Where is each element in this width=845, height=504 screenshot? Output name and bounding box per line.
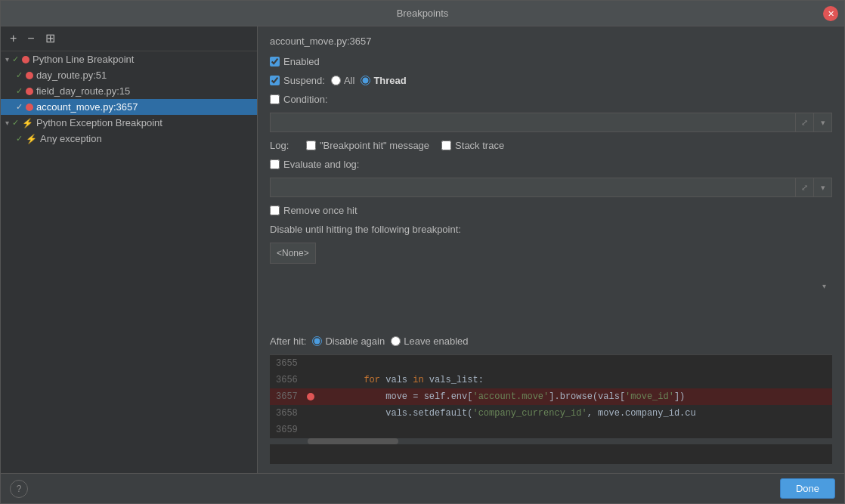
- condition-dropdown-button[interactable]: ▾: [814, 113, 832, 132]
- red-dot-icon: [26, 72, 33, 79]
- code-text: move = self.env['account.move'].browse(v…: [320, 391, 686, 402]
- suspend-label: Suspend:: [283, 75, 325, 86]
- thread-label: Thread: [373, 75, 406, 86]
- check-icon: ✓: [16, 86, 23, 96]
- tree-item-label: Python Exception Breakpoint: [36, 117, 162, 128]
- add-breakpoint-button[interactable]: +: [7, 31, 20, 46]
- enabled-checkbox-label[interactable]: Enabled: [270, 56, 320, 67]
- done-button[interactable]: Done: [780, 478, 835, 499]
- all-radio[interactable]: [331, 76, 341, 85]
- disable-again-radio-label[interactable]: Disable again: [312, 335, 385, 347]
- code-line-3658: 3658 vals.setdefault('company_currency_i…: [270, 405, 832, 422]
- condition-input[interactable]: [270, 113, 796, 132]
- line-number: 3658: [276, 408, 307, 419]
- dialog-title: Breakpoints: [397, 8, 449, 19]
- right-panel: account_move.py:3657 Enabled Suspend: Al…: [258, 26, 844, 473]
- close-button[interactable]: ✕: [823, 6, 838, 21]
- after-hit-label: After hit:: [270, 335, 306, 347]
- tree-item-account-move[interactable]: ✓ account_move.py:3657: [1, 99, 257, 115]
- stack-trace-checkbox-label[interactable]: Stack trace: [441, 140, 504, 151]
- evaluate-dropdown-button[interactable]: ▾: [814, 178, 832, 197]
- all-radio-label[interactable]: All: [331, 75, 354, 86]
- evaluate-expand-button[interactable]: ⤢: [796, 178, 814, 197]
- disable-again-radio[interactable]: [312, 336, 322, 346]
- log-message-checkbox-label[interactable]: "Breakpoint hit" message: [306, 140, 429, 151]
- enabled-row: Enabled: [270, 56, 832, 67]
- line-number: 3659: [276, 425, 307, 435]
- thread-radio-label[interactable]: Thread: [361, 75, 406, 86]
- leave-enabled-label: Leave enabled: [404, 335, 468, 347]
- evaluate-checkbox[interactable]: [270, 159, 280, 169]
- remove-once-row: Remove once hit: [270, 205, 832, 216]
- disable-until-dropdown-wrapper: <None> ▾: [270, 243, 832, 328]
- tree-item-label: field_day_route.py:15: [36, 85, 130, 97]
- disable-again-label: Disable again: [325, 335, 385, 347]
- title-bar: Breakpoints ✕: [1, 1, 844, 26]
- tree-item-label: Any exception: [40, 133, 102, 144]
- remove-once-checkbox-label[interactable]: Remove once hit: [270, 205, 358, 216]
- suspend-checkbox[interactable]: [270, 76, 280, 85]
- breakpoint-dot-icon: [307, 393, 314, 400]
- disable-until-row: Disable until hitting the following brea…: [270, 224, 832, 235]
- log-message-checkbox[interactable]: [306, 141, 316, 150]
- breakpoints-dialog: Breakpoints ✕ + − ⊞ ▾ ✓ Python Line Brea…: [0, 0, 845, 504]
- horizontal-scrollbar[interactable]: [270, 438, 832, 444]
- tree-item-python-line-group[interactable]: ▾ ✓ Python Line Breakpoint: [1, 51, 257, 67]
- remove-once-checkbox[interactable]: [270, 206, 280, 215]
- tree-toolbar: + − ⊞: [1, 26, 257, 51]
- options-button[interactable]: ⊞: [42, 31, 58, 46]
- scrollbar-thumb: [308, 438, 398, 444]
- log-label: Log:: [270, 140, 300, 151]
- stack-trace-label: Stack trace: [455, 140, 504, 151]
- code-text: vals.setdefault('company_currency_id', m…: [320, 408, 696, 419]
- tree-item-any-exception[interactable]: ✓ ⚡ Any exception: [1, 131, 257, 147]
- stack-trace-checkbox[interactable]: [441, 141, 451, 150]
- condition-row: Condition:: [270, 94, 832, 105]
- tree-item-label: account_move.py:3657: [36, 101, 138, 113]
- help-button[interactable]: ?: [10, 480, 28, 498]
- chevron-down-icon: ▾: [822, 281, 826, 289]
- line-number: 3656: [276, 375, 307, 385]
- check-icon: ✓: [16, 70, 23, 80]
- tree-item-field-day-route[interactable]: ✓ field_day_route.py:15: [1, 83, 257, 99]
- red-dot-icon: [22, 56, 29, 63]
- enabled-checkbox[interactable]: [270, 57, 280, 66]
- condition-checkbox-label[interactable]: Condition:: [270, 94, 328, 105]
- all-label: All: [344, 75, 354, 86]
- disable-until-label: Disable until hitting the following brea…: [270, 224, 461, 235]
- leave-enabled-radio-label[interactable]: Leave enabled: [391, 335, 468, 347]
- evaluate-checkbox-label[interactable]: Evaluate and log:: [270, 159, 359, 170]
- check-icon: ✓: [16, 134, 23, 144]
- after-hit-row: After hit: Disable again Leave enabled: [270, 335, 832, 347]
- evaluate-input[interactable]: [270, 178, 796, 197]
- evaluate-row: Evaluate and log:: [270, 159, 832, 170]
- evaluate-input-row: ⤢ ▾: [270, 178, 832, 197]
- left-panel: + − ⊞ ▾ ✓ Python Line Breakpoint ✓ day_r…: [1, 26, 258, 473]
- condition-input-row: ⤢ ▾: [270, 113, 832, 132]
- bottom-bar: ? Done: [1, 473, 844, 503]
- line-number: 3657: [276, 391, 307, 402]
- chevron-down-icon: ▾: [5, 55, 9, 63]
- code-panel: 3655 3656 for vals in vals_list: 3657: [270, 354, 832, 464]
- tree-item-label: Python Line Breakpoint: [32, 54, 134, 65]
- red-dot-icon: [26, 88, 33, 95]
- condition-checkbox[interactable]: [270, 94, 280, 104]
- remove-breakpoint-button[interactable]: −: [24, 31, 37, 46]
- suspend-checkbox-label[interactable]: Suspend:: [270, 75, 325, 86]
- disable-until-dropdown[interactable]: <None>: [270, 243, 316, 264]
- tree-item-day-route[interactable]: ✓ day_route.py:51: [1, 67, 257, 83]
- check-icon: ✓: [16, 102, 23, 112]
- suspend-row: Suspend: All Thread: [270, 75, 832, 86]
- log-message-label: "Breakpoint hit" message: [320, 140, 429, 151]
- leave-enabled-radio[interactable]: [391, 336, 401, 346]
- code-line-3659: 3659: [270, 422, 832, 438]
- condition-expand-button[interactable]: ⤢: [796, 113, 814, 132]
- check-icon: ✓: [12, 54, 19, 64]
- thread-radio[interactable]: [361, 76, 370, 85]
- log-row: Log: "Breakpoint hit" message Stack trac…: [270, 140, 832, 151]
- tree-item-python-exception-group[interactable]: ▾ ✓ ⚡ Python Exception Breakpoint: [1, 115, 257, 131]
- code-text: for vals in vals_list:: [320, 375, 484, 385]
- tree-item-label: day_route.py:51: [36, 70, 107, 81]
- breakpoint-title: account_move.py:3657: [270, 36, 832, 47]
- code-line-3656: 3656 for vals in vals_list:: [270, 372, 832, 388]
